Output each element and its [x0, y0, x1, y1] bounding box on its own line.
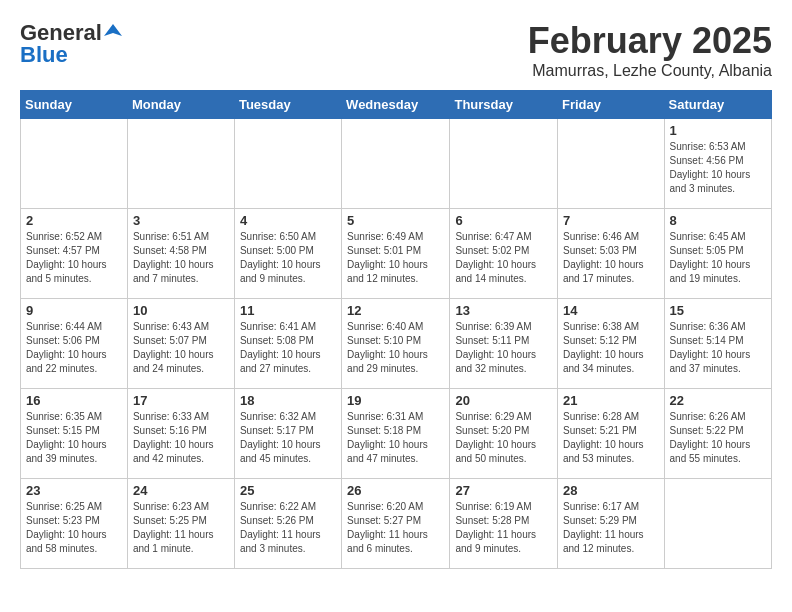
calendar-week-row: 16Sunrise: 6:35 AM Sunset: 5:15 PM Dayli… — [21, 389, 772, 479]
calendar-day-cell: 16Sunrise: 6:35 AM Sunset: 5:15 PM Dayli… — [21, 389, 128, 479]
day-number: 5 — [347, 213, 444, 228]
day-info: Sunrise: 6:46 AM Sunset: 5:03 PM Dayligh… — [563, 230, 659, 286]
day-info: Sunrise: 6:44 AM Sunset: 5:06 PM Dayligh… — [26, 320, 122, 376]
calendar-day-cell: 1Sunrise: 6:53 AM Sunset: 4:56 PM Daylig… — [664, 119, 771, 209]
day-number: 25 — [240, 483, 336, 498]
day-number: 8 — [670, 213, 766, 228]
day-number: 16 — [26, 393, 122, 408]
day-info: Sunrise: 6:19 AM Sunset: 5:28 PM Dayligh… — [455, 500, 552, 556]
calendar-subtitle: Mamurras, Lezhe County, Albania — [528, 62, 772, 80]
calendar-day-cell: 2Sunrise: 6:52 AM Sunset: 4:57 PM Daylig… — [21, 209, 128, 299]
day-info: Sunrise: 6:26 AM Sunset: 5:22 PM Dayligh… — [670, 410, 766, 466]
day-info: Sunrise: 6:38 AM Sunset: 5:12 PM Dayligh… — [563, 320, 659, 376]
calendar-day-cell: 9Sunrise: 6:44 AM Sunset: 5:06 PM Daylig… — [21, 299, 128, 389]
svg-marker-0 — [104, 24, 122, 36]
calendar-day-cell: 26Sunrise: 6:20 AM Sunset: 5:27 PM Dayli… — [342, 479, 450, 569]
day-number: 23 — [26, 483, 122, 498]
empty-cell — [21, 119, 128, 209]
day-number: 2 — [26, 213, 122, 228]
calendar-day-cell: 13Sunrise: 6:39 AM Sunset: 5:11 PM Dayli… — [450, 299, 558, 389]
calendar-day-cell: 6Sunrise: 6:47 AM Sunset: 5:02 PM Daylig… — [450, 209, 558, 299]
day-info: Sunrise: 6:17 AM Sunset: 5:29 PM Dayligh… — [563, 500, 659, 556]
title-area: February 2025 Mamurras, Lezhe County, Al… — [528, 20, 772, 80]
day-number: 6 — [455, 213, 552, 228]
calendar-header-row: SundayMondayTuesdayWednesdayThursdayFrid… — [21, 91, 772, 119]
day-number: 17 — [133, 393, 229, 408]
day-number: 7 — [563, 213, 659, 228]
calendar-day-cell: 22Sunrise: 6:26 AM Sunset: 5:22 PM Dayli… — [664, 389, 771, 479]
calendar-title: February 2025 — [528, 20, 772, 62]
day-number: 14 — [563, 303, 659, 318]
calendar-day-cell: 5Sunrise: 6:49 AM Sunset: 5:01 PM Daylig… — [342, 209, 450, 299]
day-number: 12 — [347, 303, 444, 318]
day-number: 18 — [240, 393, 336, 408]
day-info: Sunrise: 6:40 AM Sunset: 5:10 PM Dayligh… — [347, 320, 444, 376]
day-number: 15 — [670, 303, 766, 318]
day-number: 10 — [133, 303, 229, 318]
day-info: Sunrise: 6:47 AM Sunset: 5:02 PM Dayligh… — [455, 230, 552, 286]
logo-blue: Blue — [20, 42, 68, 68]
day-info: Sunrise: 6:51 AM Sunset: 4:58 PM Dayligh… — [133, 230, 229, 286]
calendar-day-cell: 23Sunrise: 6:25 AM Sunset: 5:23 PM Dayli… — [21, 479, 128, 569]
calendar-day-cell: 18Sunrise: 6:32 AM Sunset: 5:17 PM Dayli… — [234, 389, 341, 479]
empty-cell — [234, 119, 341, 209]
calendar-day-cell: 27Sunrise: 6:19 AM Sunset: 5:28 PM Dayli… — [450, 479, 558, 569]
empty-cell — [342, 119, 450, 209]
day-number: 26 — [347, 483, 444, 498]
calendar-day-cell: 14Sunrise: 6:38 AM Sunset: 5:12 PM Dayli… — [558, 299, 665, 389]
calendar-day-cell: 10Sunrise: 6:43 AM Sunset: 5:07 PM Dayli… — [127, 299, 234, 389]
calendar-week-row: 2Sunrise: 6:52 AM Sunset: 4:57 PM Daylig… — [21, 209, 772, 299]
day-info: Sunrise: 6:25 AM Sunset: 5:23 PM Dayligh… — [26, 500, 122, 556]
day-info: Sunrise: 6:53 AM Sunset: 4:56 PM Dayligh… — [670, 140, 766, 196]
day-number: 11 — [240, 303, 336, 318]
day-number: 22 — [670, 393, 766, 408]
empty-cell — [127, 119, 234, 209]
calendar-day-cell: 19Sunrise: 6:31 AM Sunset: 5:18 PM Dayli… — [342, 389, 450, 479]
day-info: Sunrise: 6:28 AM Sunset: 5:21 PM Dayligh… — [563, 410, 659, 466]
empty-cell — [558, 119, 665, 209]
day-info: Sunrise: 6:36 AM Sunset: 5:14 PM Dayligh… — [670, 320, 766, 376]
day-info: Sunrise: 6:50 AM Sunset: 5:00 PM Dayligh… — [240, 230, 336, 286]
calendar-day-cell: 4Sunrise: 6:50 AM Sunset: 5:00 PM Daylig… — [234, 209, 341, 299]
day-number: 3 — [133, 213, 229, 228]
day-info: Sunrise: 6:49 AM Sunset: 5:01 PM Dayligh… — [347, 230, 444, 286]
day-header-monday: Monday — [127, 91, 234, 119]
day-info: Sunrise: 6:43 AM Sunset: 5:07 PM Dayligh… — [133, 320, 229, 376]
calendar-day-cell: 25Sunrise: 6:22 AM Sunset: 5:26 PM Dayli… — [234, 479, 341, 569]
day-info: Sunrise: 6:32 AM Sunset: 5:17 PM Dayligh… — [240, 410, 336, 466]
calendar-day-cell: 8Sunrise: 6:45 AM Sunset: 5:05 PM Daylig… — [664, 209, 771, 299]
day-number: 9 — [26, 303, 122, 318]
calendar-day-cell: 20Sunrise: 6:29 AM Sunset: 5:20 PM Dayli… — [450, 389, 558, 479]
day-info: Sunrise: 6:23 AM Sunset: 5:25 PM Dayligh… — [133, 500, 229, 556]
day-info: Sunrise: 6:22 AM Sunset: 5:26 PM Dayligh… — [240, 500, 336, 556]
calendar-day-cell: 15Sunrise: 6:36 AM Sunset: 5:14 PM Dayli… — [664, 299, 771, 389]
day-info: Sunrise: 6:35 AM Sunset: 5:15 PM Dayligh… — [26, 410, 122, 466]
calendar-day-cell: 11Sunrise: 6:41 AM Sunset: 5:08 PM Dayli… — [234, 299, 341, 389]
day-info: Sunrise: 6:31 AM Sunset: 5:18 PM Dayligh… — [347, 410, 444, 466]
calendar-week-row: 23Sunrise: 6:25 AM Sunset: 5:23 PM Dayli… — [21, 479, 772, 569]
calendar-day-cell: 17Sunrise: 6:33 AM Sunset: 5:16 PM Dayli… — [127, 389, 234, 479]
day-number: 13 — [455, 303, 552, 318]
calendar-week-row: 1Sunrise: 6:53 AM Sunset: 4:56 PM Daylig… — [21, 119, 772, 209]
day-info: Sunrise: 6:52 AM Sunset: 4:57 PM Dayligh… — [26, 230, 122, 286]
logo: General Blue — [20, 20, 122, 68]
day-number: 20 — [455, 393, 552, 408]
day-info: Sunrise: 6:45 AM Sunset: 5:05 PM Dayligh… — [670, 230, 766, 286]
day-header-thursday: Thursday — [450, 91, 558, 119]
day-header-friday: Friday — [558, 91, 665, 119]
day-info: Sunrise: 6:41 AM Sunset: 5:08 PM Dayligh… — [240, 320, 336, 376]
day-number: 21 — [563, 393, 659, 408]
calendar-table: SundayMondayTuesdayWednesdayThursdayFrid… — [20, 90, 772, 569]
calendar-day-cell: 28Sunrise: 6:17 AM Sunset: 5:29 PM Dayli… — [558, 479, 665, 569]
day-number: 1 — [670, 123, 766, 138]
day-info: Sunrise: 6:29 AM Sunset: 5:20 PM Dayligh… — [455, 410, 552, 466]
empty-cell — [450, 119, 558, 209]
logo-bird-icon — [104, 22, 122, 40]
day-header-saturday: Saturday — [664, 91, 771, 119]
day-header-tuesday: Tuesday — [234, 91, 341, 119]
calendar-day-cell: 24Sunrise: 6:23 AM Sunset: 5:25 PM Dayli… — [127, 479, 234, 569]
calendar-week-row: 9Sunrise: 6:44 AM Sunset: 5:06 PM Daylig… — [21, 299, 772, 389]
day-header-wednesday: Wednesday — [342, 91, 450, 119]
day-info: Sunrise: 6:20 AM Sunset: 5:27 PM Dayligh… — [347, 500, 444, 556]
day-header-sunday: Sunday — [21, 91, 128, 119]
